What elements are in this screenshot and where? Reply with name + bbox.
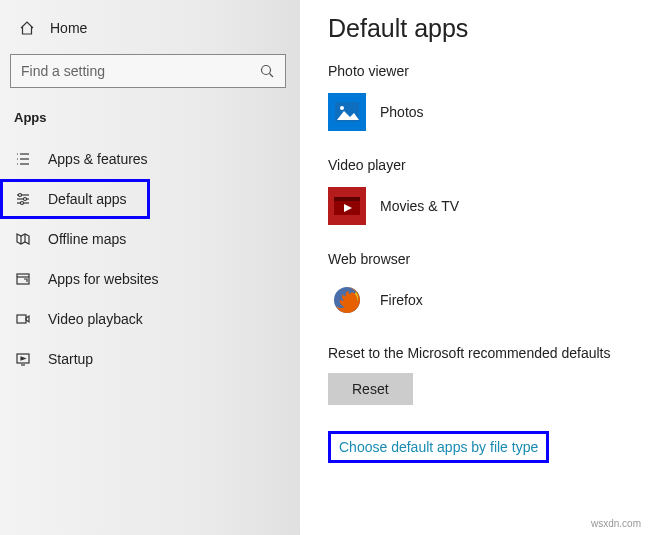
nav-label: Apps for websites: [48, 271, 159, 287]
app-firefox[interactable]: Firefox: [328, 281, 651, 319]
nav-startup[interactable]: Startup: [0, 339, 300, 379]
nav-label: Offline maps: [48, 231, 126, 247]
nav-label: Video playback: [48, 311, 143, 327]
svg-point-9: [19, 194, 22, 197]
svg-rect-29: [334, 197, 360, 201]
section-web-browser: Web browser Firefox: [328, 251, 651, 319]
svg-point-11: [24, 198, 27, 201]
nav-apps-features[interactable]: Apps & features: [0, 139, 300, 179]
reset-text: Reset to the Microsoft recommended defau…: [328, 345, 651, 361]
watermark: wsxdn.com: [591, 518, 641, 529]
nav-apps-websites[interactable]: Apps for websites: [0, 259, 300, 299]
svg-line-1: [270, 74, 274, 78]
sidebar: Home Apps Apps & features Default apps O…: [0, 0, 300, 535]
website-icon: [14, 271, 32, 287]
startup-icon: [14, 351, 32, 367]
app-name: Photos: [380, 104, 424, 120]
firefox-icon: [328, 281, 366, 319]
section-video-player: Video player Movies & TV: [328, 157, 651, 225]
app-movies-tv[interactable]: Movies & TV: [328, 187, 651, 225]
nav-offline-maps[interactable]: Offline maps: [0, 219, 300, 259]
movies-tv-icon: [328, 187, 366, 225]
map-icon: [14, 231, 32, 247]
home-icon: [18, 20, 36, 36]
home-label: Home: [50, 20, 87, 36]
section-photo-viewer: Photo viewer Photos: [328, 63, 651, 131]
page-title: Default apps: [328, 14, 651, 43]
svg-point-13: [21, 202, 24, 205]
app-name: Movies & TV: [380, 198, 459, 214]
video-icon: [14, 311, 32, 327]
search-input[interactable]: [21, 63, 259, 79]
main-panel: Default apps Photo viewer Photos Video p…: [300, 0, 651, 535]
choose-by-file-type-link[interactable]: Choose default apps by file type: [328, 431, 549, 463]
section-title: Apps: [0, 106, 300, 139]
section-reset: Reset to the Microsoft recommended defau…: [328, 345, 651, 405]
search-icon: [259, 63, 275, 79]
svg-marker-22: [21, 357, 25, 360]
search-box[interactable]: [10, 54, 286, 88]
nav-label: Default apps: [48, 191, 127, 207]
nav-label: Startup: [48, 351, 93, 367]
section-label: Photo viewer: [328, 63, 651, 79]
svg-point-25: [340, 106, 344, 110]
section-label: Video player: [328, 157, 651, 173]
section-label: Web browser: [328, 251, 651, 267]
nav-label: Apps & features: [48, 151, 148, 167]
link-text: Choose default apps by file type: [339, 439, 538, 455]
photos-icon: [328, 93, 366, 131]
svg-point-0: [262, 66, 271, 75]
sliders-icon: [14, 191, 32, 207]
home-button[interactable]: Home: [0, 14, 300, 42]
app-name: Firefox: [380, 292, 423, 308]
svg-rect-18: [17, 315, 26, 323]
reset-button[interactable]: Reset: [328, 373, 413, 405]
app-photos[interactable]: Photos: [328, 93, 651, 131]
nav-default-apps[interactable]: Default apps: [0, 179, 150, 219]
list-icon: [14, 151, 32, 167]
nav-video-playback[interactable]: Video playback: [0, 299, 300, 339]
